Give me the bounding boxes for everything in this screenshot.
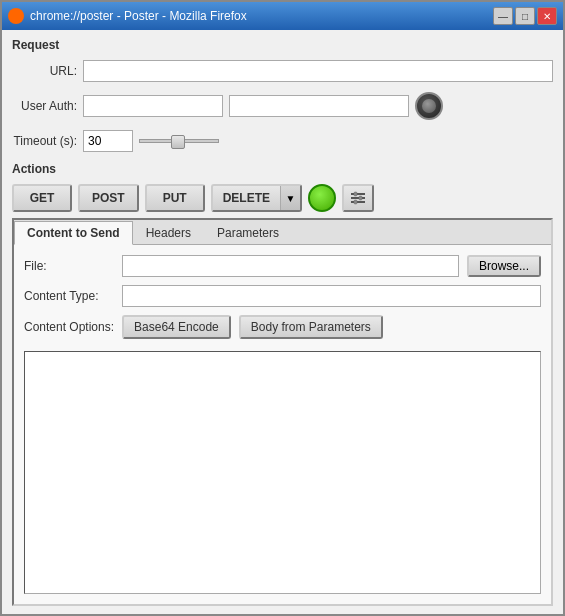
tab-content-area: File: Browse... Content Type: Content Op… [14,245,551,604]
svg-rect-4 [359,196,362,200]
svg-rect-0 [351,193,365,195]
user-auth-row: User Auth: [12,92,553,120]
settings-button[interactable] [342,184,374,212]
slider-thumb [171,135,185,149]
file-input[interactable] [122,255,459,277]
tab-parameters[interactable]: Parameters [204,221,292,245]
user-auth-username-input[interactable] [83,95,223,117]
tab-content-to-send[interactable]: Content to Send [14,221,133,245]
content-type-label: Content Type: [24,289,114,303]
content-textarea[interactable] [24,351,541,594]
content-type-row: Content Type: [24,285,541,307]
window-title: chrome://poster - Poster - Mozilla Firef… [30,9,493,23]
file-label: File: [24,259,114,273]
content-options-label: Content Options: [24,320,114,334]
actions-section-label: Actions [12,162,553,176]
auth-button-inner [422,99,436,113]
tab-panel: Content to Send Headers Parameters File:… [12,218,553,606]
base64-encode-button[interactable]: Base64 Encode [122,315,231,339]
delete-button-group: DELETE ▼ [211,184,302,212]
post-button[interactable]: POST [78,184,139,212]
timeout-slider-container [139,139,219,143]
browse-button[interactable]: Browse... [467,255,541,277]
svg-rect-3 [354,192,357,196]
timeout-slider[interactable] [139,139,219,143]
tab-headers[interactable]: Headers [133,221,204,245]
content-options-row: Content Options: Base64 Encode Body from… [24,315,541,339]
svg-rect-5 [354,200,357,204]
request-section-label: Request [12,38,553,52]
close-button[interactable]: ✕ [537,7,557,25]
get-button[interactable]: GET [12,184,72,212]
content-type-input[interactable] [122,285,541,307]
delete-button[interactable]: DELETE [213,186,280,210]
window-controls: — □ ✕ [493,7,557,25]
url-label: URL: [12,64,77,78]
user-auth-label: User Auth: [12,99,77,113]
timeout-label: Timeout (s): [12,134,77,148]
firefox-icon [8,8,24,24]
timeout-input[interactable] [83,130,133,152]
file-row: File: Browse... [24,255,541,277]
minimize-button[interactable]: — [493,7,513,25]
timeout-row: Timeout (s): [12,130,553,152]
settings-icon [349,189,367,207]
body-from-parameters-button[interactable]: Body from Parameters [239,315,383,339]
titlebar: chrome://poster - Poster - Mozilla Firef… [2,2,563,30]
svg-rect-2 [351,201,365,203]
main-window: chrome://poster - Poster - Mozilla Firef… [0,0,565,616]
tab-header: Content to Send Headers Parameters [14,220,551,245]
actions-section: GET POST PUT DELETE ▼ [12,184,553,212]
auth-button[interactable] [415,92,443,120]
go-button[interactable] [308,184,336,212]
delete-dropdown-arrow[interactable]: ▼ [280,186,300,210]
maximize-button[interactable]: □ [515,7,535,25]
main-content: Request URL: User Auth: Timeout (s): [2,30,563,614]
url-input[interactable] [83,60,553,82]
user-auth-password-input[interactable] [229,95,409,117]
put-button[interactable]: PUT [145,184,205,212]
url-row: URL: [12,60,553,82]
svg-rect-1 [351,197,365,199]
